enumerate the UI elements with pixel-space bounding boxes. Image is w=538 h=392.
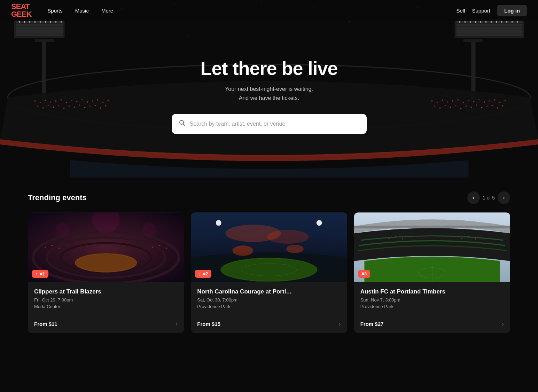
hero-content: Let there be live Your next best-night-e… <box>172 57 367 134</box>
pagination-prev-button[interactable]: ‹ <box>467 191 480 204</box>
svg-point-112 <box>491 105 493 106</box>
svg-point-147 <box>395 236 396 237</box>
svg-point-34 <box>55 21 56 23</box>
trending-header: Trending events ‹ 1 of 5 › <box>28 191 510 204</box>
svg-point-94 <box>473 101 474 102</box>
svg-point-45 <box>464 21 466 23</box>
svg-point-51 <box>496 21 497 23</box>
login-button[interactable]: Log in <box>497 5 527 16</box>
svg-rect-43 <box>456 33 522 36</box>
logo-line1: SEAT <box>11 3 31 10</box>
card-venue-2: Providence Park <box>360 304 504 309</box>
svg-point-126 <box>152 246 154 248</box>
svg-point-71 <box>107 100 109 101</box>
svg-point-131 <box>142 223 156 237</box>
pagination-controls: ‹ 1 of 5 › <box>467 191 510 204</box>
card-date-2: Sun, Nov 7, 3:00pm <box>360 297 504 303</box>
nav-right: Sell Support Log in <box>456 5 527 16</box>
logo[interactable]: SEAT GEEK <box>11 3 31 18</box>
svg-rect-40 <box>456 24 522 26</box>
svg-point-55 <box>516 21 518 23</box>
svg-rect-26 <box>16 33 63 36</box>
svg-point-29 <box>29 21 30 23</box>
card-footer-2: From $27 › <box>354 315 510 333</box>
svg-point-124 <box>52 245 53 246</box>
svg-point-98 <box>494 99 495 101</box>
svg-point-111 <box>486 105 488 107</box>
svg-point-58 <box>39 102 41 103</box>
svg-point-64 <box>71 100 72 101</box>
support-link[interactable]: Support <box>472 8 490 14</box>
svg-point-80 <box>79 104 80 106</box>
event-card-2[interactable]: #3 Austin FC at Portland Timbers Sun, No… <box>354 212 510 333</box>
card-price-2: From $27 <box>360 321 384 327</box>
svg-point-96 <box>483 101 485 103</box>
svg-point-82 <box>89 105 91 107</box>
svg-point-99 <box>499 102 500 103</box>
card-footer-1: From $15 › <box>191 315 347 333</box>
card-arrow-icon-0: › <box>176 320 178 328</box>
svg-point-151 <box>475 238 476 240</box>
card-price-0: From $11 <box>34 321 57 327</box>
trending-section: Trending events ‹ 1 of 5 › <box>0 178 538 354</box>
svg-rect-23 <box>16 24 63 26</box>
svg-point-84 <box>100 107 101 109</box>
svg-point-66 <box>81 99 83 100</box>
svg-point-97 <box>489 100 490 102</box>
pagination-next-button[interactable]: › <box>498 191 510 204</box>
hero-title: Let there be live <box>172 57 367 79</box>
nav-link-more[interactable]: More <box>96 6 118 16</box>
svg-rect-25 <box>16 30 63 33</box>
event-card-1[interactable]: ↓ #2 North Carolina Courage at Portl… Sa… <box>191 212 347 333</box>
nav-link-sports[interactable]: Sports <box>42 6 67 16</box>
svg-point-88 <box>442 100 443 101</box>
svg-point-49 <box>485 21 486 23</box>
chevron-left-icon: ‹ <box>473 195 474 201</box>
svg-point-33 <box>50 21 51 23</box>
card-title-1: North Carolina Courage at Portl… <box>197 288 341 295</box>
svg-point-101 <box>434 105 435 107</box>
svg-point-47 <box>475 21 476 23</box>
svg-point-100 <box>504 100 506 101</box>
svg-point-87 <box>436 102 438 103</box>
svg-point-138 <box>216 220 221 226</box>
svg-point-150 <box>468 236 469 237</box>
svg-point-61 <box>55 100 56 102</box>
svg-point-107 <box>465 105 467 107</box>
event-card-0[interactable]: ↑ #1 Clippers at Trail Blazers Fri, Oct … <box>28 212 184 333</box>
search-icon <box>179 119 186 128</box>
hero-section: Let there be live Your next best-night-e… <box>0 0 538 178</box>
search-input[interactable] <box>190 121 360 127</box>
svg-rect-20 <box>35 39 54 42</box>
svg-point-134 <box>267 230 309 244</box>
chevron-right-icon: › <box>503 195 505 201</box>
nav-link-music[interactable]: Music <box>70 6 94 16</box>
svg-point-109 <box>476 104 477 106</box>
svg-point-46 <box>469 21 471 23</box>
svg-point-89 <box>447 101 448 103</box>
svg-point-57 <box>34 100 36 102</box>
card-body-2: Austin FC at Portland Timbers Sun, Nov 7… <box>354 282 510 309</box>
cards-grid: ↑ #1 Clippers at Trail Blazers Fri, Oct … <box>28 212 510 333</box>
sell-link[interactable]: Sell <box>456 8 465 14</box>
svg-point-81 <box>84 107 85 108</box>
rank-badge-1: ↓ #2 <box>195 270 211 278</box>
svg-point-73 <box>42 107 44 109</box>
card-arrow-icon-2: › <box>502 320 504 328</box>
svg-rect-143 <box>354 226 510 228</box>
svg-point-127 <box>159 245 161 246</box>
card-arrow-icon-1: › <box>339 320 341 328</box>
svg-point-125 <box>59 248 60 249</box>
svg-point-59 <box>45 100 46 101</box>
svg-point-83 <box>94 105 96 106</box>
svg-point-148 <box>402 238 403 240</box>
svg-point-54 <box>511 21 513 23</box>
svg-point-130 <box>56 223 70 237</box>
svg-point-52 <box>501 21 502 23</box>
svg-point-92 <box>462 102 464 103</box>
rank-badge-2: #3 <box>358 270 370 278</box>
svg-point-75 <box>53 107 54 108</box>
trending-title: Trending events <box>28 193 87 202</box>
svg-point-53 <box>506 21 507 23</box>
svg-line-116 <box>183 124 185 126</box>
